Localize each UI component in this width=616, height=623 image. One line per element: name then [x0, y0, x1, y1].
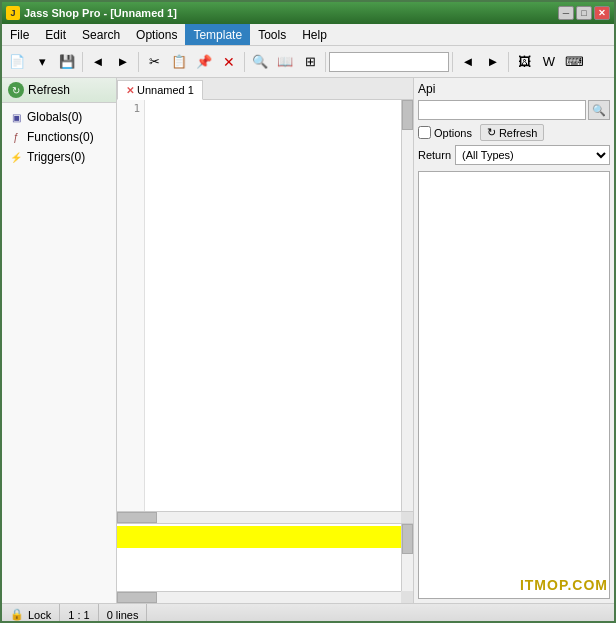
tree-items: ▣ Globals(0) ƒ Functions(0) ⚡ Triggers(0… [2, 103, 116, 603]
title-controls: ─ □ ✕ [558, 6, 610, 20]
line-number-1: 1 [121, 102, 140, 115]
editor-h-scroll-row [117, 511, 413, 523]
api-return-select[interactable]: (All Types) nothing boolean integer real… [455, 145, 610, 165]
toolbar-sep-3 [244, 52, 245, 72]
editor-content[interactable] [145, 100, 401, 511]
toolbar-extra-btn[interactable]: ⊞ [298, 50, 322, 74]
tree-item-functions[interactable]: ƒ Functions(0) [4, 127, 114, 147]
toolbar-arrow-btn[interactable]: ◄ [456, 50, 480, 74]
minimize-button[interactable]: ─ [558, 6, 574, 20]
toolbar-cut-btn[interactable]: ✂ [142, 50, 166, 74]
functions-label: Functions(0) [27, 130, 94, 144]
toolbar-sep-2 [138, 52, 139, 72]
toolbar-find-btn[interactable]: 🔍 [248, 50, 272, 74]
api-search-input[interactable] [418, 100, 586, 120]
api-search-icon: 🔍 [592, 104, 606, 117]
left-panel: ↻ Refresh ▣ Globals(0) ƒ Functions(0) ⚡ … [2, 78, 117, 603]
toolbar-new-btn[interactable]: 📄 [5, 50, 29, 74]
menu-bar: File Edit Search Options Template Tools … [2, 24, 614, 46]
toolbar-icon3-btn[interactable]: ⌨ [562, 50, 586, 74]
toolbar-search-input[interactable] [329, 52, 449, 72]
toolbar-api-btn[interactable]: 📖 [273, 50, 297, 74]
tab-label: Unnamed 1 [137, 84, 194, 96]
lock-icon: 🔒 [10, 608, 24, 622]
bottom-h-thumb[interactable] [117, 592, 157, 603]
v-scrollbar-thumb[interactable] [402, 100, 413, 130]
tab-unnamed1[interactable]: ✕ Unnamed 1 [117, 80, 203, 100]
menu-file[interactable]: File [2, 24, 37, 45]
title-bar: J Jass Shop Pro - [Unnamed 1] ─ □ ✕ [2, 2, 614, 24]
toolbar-paste-btn[interactable]: 📌 [192, 50, 216, 74]
toolbar-dropdown-btn[interactable]: ▾ [30, 50, 54, 74]
api-list-area [418, 171, 610, 599]
toolbar-icon1-btn[interactable]: 🖼 [512, 50, 536, 74]
api-options-checkbox-label[interactable]: Options [418, 126, 472, 139]
menu-search[interactable]: Search [74, 24, 128, 45]
editor-v-scrollbar[interactable] [401, 100, 413, 511]
toolbar-sep-5 [452, 52, 453, 72]
triggers-icon: ⚡ [8, 149, 24, 165]
window-title: Jass Shop Pro - [Unnamed 1] [24, 7, 177, 19]
globals-label: Globals(0) [27, 110, 82, 124]
menu-options[interactable]: Options [128, 24, 185, 45]
toolbar-sep-6 [508, 52, 509, 72]
triggers-label: Triggers(0) [27, 150, 85, 164]
main-layout: ↻ Refresh ▣ Globals(0) ƒ Functions(0) ⚡ … [2, 78, 614, 603]
api-options-checkbox[interactable] [418, 126, 431, 139]
center-panel: ✕ Unnamed 1 1 [117, 78, 414, 603]
toolbar-arrow2-btn[interactable]: ► [481, 50, 505, 74]
maximize-button[interactable]: □ [576, 6, 592, 20]
toolbar-fwd-btn[interactable]: ► [111, 50, 135, 74]
bottom-content [117, 524, 413, 603]
refresh-label: Refresh [28, 83, 70, 97]
status-lock-segment: 🔒 Lock [8, 604, 60, 623]
bottom-h-scrollbar[interactable] [117, 591, 401, 603]
bottom-panel [117, 523, 413, 603]
api-refresh-button[interactable]: ↻ Refresh [480, 124, 545, 141]
tab-bar: ✕ Unnamed 1 [117, 78, 413, 100]
editor-h-scrollbar[interactable] [117, 512, 401, 523]
close-button[interactable]: ✕ [594, 6, 610, 20]
menu-edit[interactable]: Edit [37, 24, 74, 45]
api-return-row: Return (All Types) nothing boolean integ… [418, 145, 610, 165]
toolbar-sep-4 [325, 52, 326, 72]
menu-template[interactable]: Template [185, 24, 250, 45]
refresh-icon: ↻ [8, 82, 24, 98]
status-lines: 0 lines [107, 609, 139, 621]
api-refresh-icon: ↻ [487, 126, 496, 139]
tree-item-globals[interactable]: ▣ Globals(0) [4, 107, 114, 127]
h-scrollbar-thumb[interactable] [117, 512, 157, 523]
app-icon: J [6, 6, 20, 20]
toolbar-copy-btn[interactable]: 📋 [167, 50, 191, 74]
line-numbers: 1 [117, 100, 145, 511]
api-title: Api [418, 82, 610, 96]
toolbar-save-btn[interactable]: 💾 [55, 50, 79, 74]
status-lines-segment: 0 lines [99, 604, 148, 623]
status-position: 1 : 1 [68, 609, 89, 621]
status-lock-label: Lock [28, 609, 51, 621]
menu-help[interactable]: Help [294, 24, 335, 45]
globals-icon: ▣ [8, 109, 24, 125]
api-refresh-label: Refresh [499, 127, 538, 139]
api-search-row: 🔍 [418, 100, 610, 120]
api-return-label: Return [418, 149, 451, 161]
bottom-scroll-corner [401, 591, 413, 603]
bottom-v-thumb[interactable] [402, 524, 413, 554]
menu-tools[interactable]: Tools [250, 24, 294, 45]
bottom-v-scrollbar[interactable] [401, 524, 413, 591]
tab-close-icon[interactable]: ✕ [126, 85, 134, 96]
toolbar-icon2-btn[interactable]: W [537, 50, 561, 74]
api-search-button[interactable]: 🔍 [588, 100, 610, 120]
status-position-segment: 1 : 1 [60, 604, 98, 623]
api-panel: Api 🔍 Options ↻ Refresh Return (All Type… [414, 78, 614, 603]
toolbar-delete-btn[interactable]: ✕ [217, 50, 241, 74]
api-options-row: Options ↻ Refresh [418, 124, 610, 141]
api-options-label: Options [434, 127, 472, 139]
toolbar-sep-1 [82, 52, 83, 72]
tree-item-triggers[interactable]: ⚡ Triggers(0) [4, 147, 114, 167]
yellow-highlight [117, 526, 401, 548]
functions-icon: ƒ [8, 129, 24, 145]
title-bar-left: J Jass Shop Pro - [Unnamed 1] [6, 6, 177, 20]
left-panel-header[interactable]: ↻ Refresh [2, 78, 116, 103]
toolbar-back-btn[interactable]: ◄ [86, 50, 110, 74]
